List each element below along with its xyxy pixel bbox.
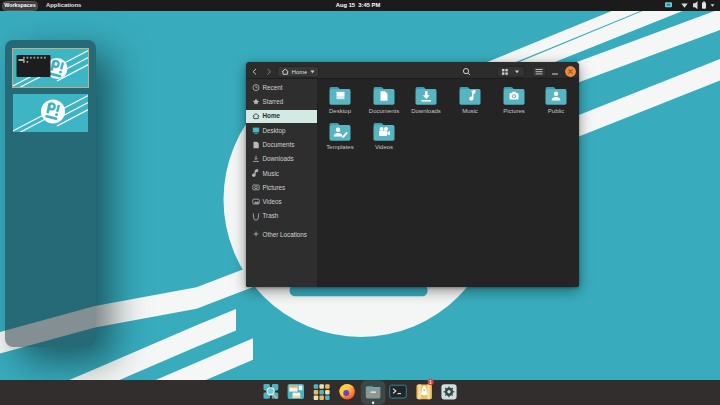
svg-text:Trash: Trash xyxy=(263,212,279,219)
svg-text:Starred: Starred xyxy=(263,98,284,105)
svg-text:Desktop: Desktop xyxy=(329,108,352,114)
svg-text:Downloads: Downloads xyxy=(263,155,294,162)
svg-text:Templates: Templates xyxy=(326,144,353,150)
svg-text:Home: Home xyxy=(263,112,281,119)
svg-text:Public: Public xyxy=(548,108,564,114)
svg-text:Videos: Videos xyxy=(263,198,282,205)
svg-text:Pictures: Pictures xyxy=(503,108,525,114)
svg-text:Music: Music xyxy=(263,170,279,177)
svg-text:Documents: Documents xyxy=(263,141,295,148)
svg-text:Music: Music xyxy=(462,108,478,114)
svg-text:Desktop: Desktop xyxy=(263,127,287,135)
svg-text:Documents: Documents xyxy=(369,108,399,114)
svg-text:Home: Home xyxy=(292,68,309,75)
svg-text:Recent: Recent xyxy=(263,84,283,91)
svg-text:Pictures: Pictures xyxy=(263,184,286,191)
svg-text:1: 1 xyxy=(429,380,432,385)
svg-text:Downloads: Downloads xyxy=(411,108,441,114)
svg-text:Other Locations: Other Locations xyxy=(263,231,307,238)
svg-text:Videos: Videos xyxy=(375,144,393,150)
